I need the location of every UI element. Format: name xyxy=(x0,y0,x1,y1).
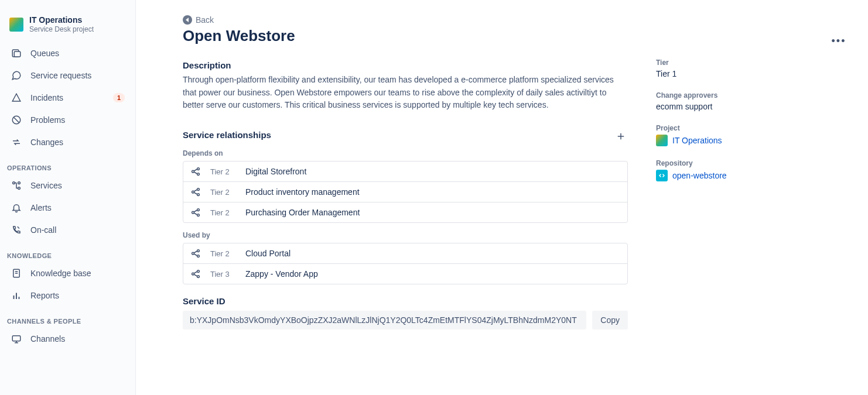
relationships-heading: Service relationships xyxy=(183,130,271,140)
svg-point-31 xyxy=(197,270,200,273)
relationship-icon xyxy=(190,207,201,218)
project-header[interactable]: IT Operations Service Desk project xyxy=(5,12,131,42)
sidebar-item-label: Incidents xyxy=(30,93,105,102)
service-requests-icon xyxy=(11,70,22,81)
sidebar-item-channels[interactable]: Channels xyxy=(5,328,131,349)
repository-label: Repository xyxy=(656,159,826,167)
reports-icon xyxy=(11,290,22,301)
sidebar-item-label: Alerts xyxy=(30,203,125,212)
group-channels-heading: CHANNELS & PEOPLE xyxy=(5,307,131,327)
svg-rect-13 xyxy=(12,336,20,341)
relationship-name: Cloud Portal xyxy=(245,249,291,258)
svg-point-4 xyxy=(13,182,15,184)
sidebar: IT Operations Service Desk project Queue… xyxy=(0,0,136,395)
svg-point-19 xyxy=(197,168,200,170)
svg-point-5 xyxy=(18,182,20,184)
project-label: Project xyxy=(656,124,826,132)
used-by-list: Tier 2 Cloud Portal Tier 3 Zappy - Vendo… xyxy=(183,243,628,284)
used-by-label: Used by xyxy=(183,231,628,239)
project-icon xyxy=(656,135,668,146)
svg-point-28 xyxy=(197,250,200,252)
project-link-text: IT Operations xyxy=(672,136,722,145)
more-actions-button[interactable]: ••• xyxy=(831,33,847,49)
knowledge-base-icon xyxy=(11,267,22,279)
group-operations-heading: OPERATIONS xyxy=(5,154,131,174)
svg-point-25 xyxy=(197,209,200,211)
add-relationship-button[interactable] xyxy=(614,129,628,143)
sidebar-item-label: Service requests xyxy=(30,71,125,80)
svg-point-20 xyxy=(197,173,200,176)
on-call-icon xyxy=(11,224,22,236)
queues-icon xyxy=(11,47,22,59)
incidents-icon xyxy=(11,92,22,104)
incidents-badge: 1 xyxy=(113,93,125,102)
tier-label: Tier xyxy=(656,59,826,67)
sidebar-item-on-call[interactable]: On-call xyxy=(5,219,131,241)
relationship-item[interactable]: Tier 2 Digital Storefront xyxy=(183,162,627,182)
relationship-name: Digital Storefront xyxy=(245,167,306,176)
relationship-item[interactable]: Tier 3 Zappy - Vendor App xyxy=(183,264,627,284)
relationship-tier: Tier 2 xyxy=(210,188,236,197)
relationship-icon xyxy=(190,187,201,197)
alerts-icon xyxy=(11,202,22,214)
depends-on-list: Tier 2 Digital Storefront Tier 2 Product… xyxy=(183,161,628,223)
sidebar-item-service-requests[interactable]: Service requests xyxy=(5,65,131,86)
svg-line-3 xyxy=(14,118,19,123)
sidebar-item-queues[interactable]: Queues xyxy=(5,43,131,64)
group-knowledge-heading: KNOWLEDGE xyxy=(5,242,131,262)
svg-point-32 xyxy=(197,276,200,278)
sidebar-item-label: On-call xyxy=(30,225,125,235)
relationship-item[interactable]: Tier 2 Cloud Portal xyxy=(183,243,627,264)
sidebar-item-services[interactable]: Services xyxy=(5,175,131,196)
details-panel: Tier Tier 1 Change approvers ecomm suppo… xyxy=(656,15,826,377)
sidebar-item-reports[interactable]: Reports xyxy=(5,285,131,306)
relationship-tier: Tier 2 xyxy=(210,249,236,258)
service-id-value[interactable]: b:YXJpOmNsb3VkOmdyYXBoOjpzZXJ2aWNlLzJlNj… xyxy=(183,311,586,329)
relationship-icon xyxy=(190,248,201,259)
repository-link[interactable]: open-webstore xyxy=(656,170,826,181)
page-title: Open Webstore xyxy=(183,27,628,45)
sidebar-item-label: Channels xyxy=(30,334,125,344)
service-id-heading: Service ID xyxy=(183,296,628,306)
project-link[interactable]: IT Operations xyxy=(656,135,826,146)
sidebar-item-alerts[interactable]: Alerts xyxy=(5,197,131,218)
approvers-label: Change approvers xyxy=(656,91,826,99)
sidebar-item-label: Services xyxy=(30,181,125,190)
back-label: Back xyxy=(196,15,214,25)
svg-point-23 xyxy=(197,194,200,196)
svg-point-22 xyxy=(197,188,200,191)
back-button[interactable]: Back xyxy=(183,15,628,25)
changes-icon xyxy=(11,136,22,148)
relationship-item[interactable]: Tier 2 Product inventory management xyxy=(183,182,627,202)
sidebar-item-label: Changes xyxy=(30,138,125,147)
description-text: Through open-platform flexibility and ex… xyxy=(183,74,628,112)
sidebar-item-label: Problems xyxy=(30,115,125,125)
sidebar-item-knowledge-base[interactable]: Knowledge base xyxy=(5,263,131,284)
relationship-tier: Tier 2 xyxy=(210,167,236,176)
main-content: Back Open Webstore Description Through o… xyxy=(136,0,868,395)
svg-point-26 xyxy=(197,214,200,217)
sidebar-item-changes[interactable]: Changes xyxy=(5,132,131,153)
relationship-item[interactable]: Tier 2 Purchasing Order Management xyxy=(183,202,627,222)
repository-link-text: open-webstore xyxy=(672,171,727,180)
description-heading: Description xyxy=(183,60,628,70)
relationship-tier: Tier 2 xyxy=(210,208,236,217)
project-type: Service Desk project xyxy=(29,25,94,33)
sidebar-item-incidents[interactable]: Incidents 1 xyxy=(5,87,131,108)
sidebar-item-problems[interactable]: Problems xyxy=(5,109,131,130)
relationship-name: Zappy - Vendor App xyxy=(245,269,318,279)
relationship-name: Purchasing Order Management xyxy=(245,208,360,217)
relationship-icon xyxy=(190,166,201,177)
channels-icon xyxy=(11,333,22,345)
sidebar-item-label: Knowledge base xyxy=(30,269,125,278)
copy-button[interactable]: Copy xyxy=(592,311,628,329)
services-icon xyxy=(11,180,22,191)
depends-on-label: Depends on xyxy=(183,149,628,157)
tier-value: Tier 1 xyxy=(656,69,826,78)
approvers-value: ecomm support xyxy=(656,102,826,111)
project-avatar-icon xyxy=(9,18,23,32)
svg-rect-1 xyxy=(14,51,20,57)
relationship-tier: Tier 3 xyxy=(210,270,236,279)
relationship-name: Product inventory management xyxy=(245,187,360,197)
project-name: IT Operations xyxy=(29,15,94,25)
